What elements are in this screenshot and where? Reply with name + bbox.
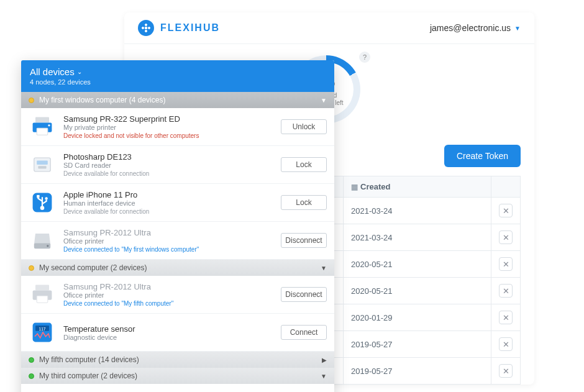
device-row: Apple iPhone 11 ProHuman interface devic… bbox=[21, 184, 334, 222]
device-action-button[interactable]: Connect bbox=[281, 325, 327, 340]
chevron-down-icon: ⌄ bbox=[77, 68, 82, 75]
chevron-icon: ▼ bbox=[321, 265, 327, 271]
calendar-icon: ▦ bbox=[351, 183, 358, 191]
device-panel-title-row[interactable]: All devices ⌄ bbox=[30, 66, 326, 77]
cell-created: 2021-03-24 bbox=[344, 198, 491, 224]
node-label: My first windows computer (4 devices) bbox=[39, 96, 165, 104]
sd-icon bbox=[29, 151, 56, 178]
col-actions bbox=[491, 176, 521, 198]
cell-created: 2019-05-27 bbox=[344, 331, 491, 358]
cell-delete: ✕ bbox=[491, 251, 521, 278]
node-label: My second computer (2 devices) bbox=[39, 263, 147, 272]
printer-gray-icon bbox=[29, 389, 56, 392]
device-action-button[interactable]: Disconnect bbox=[281, 287, 327, 302]
cell-created: 2021-03-24 bbox=[344, 224, 491, 251]
device-info: Temperature sensorDiagnostic device bbox=[63, 324, 273, 341]
device-panel-subtitle: 4 nodes, 22 devices bbox=[30, 78, 326, 86]
device-subtitle: Oficce printer bbox=[63, 291, 273, 299]
usb-icon bbox=[29, 189, 56, 216]
chevron-icon: ▼ bbox=[321, 373, 327, 380]
device-status: Device locked and not visible for other … bbox=[63, 132, 273, 139]
node-header[interactable]: My first windows computer (4 devices)▼ bbox=[21, 92, 334, 108]
cell-delete: ✕ bbox=[491, 331, 521, 358]
account-menu[interactable]: james@electronic.us ▼ bbox=[430, 23, 521, 33]
device-action-button[interactable]: Disconnect bbox=[281, 233, 327, 248]
delete-button[interactable]: ✕ bbox=[499, 257, 513, 271]
device-info: Samsung PR-322 Superprint EDMy private p… bbox=[63, 114, 273, 139]
device-row: Samsung PR-2012 UltraOficce printerDevic… bbox=[21, 384, 334, 392]
device-row: Temperature sensorDiagnostic deviceConne… bbox=[21, 314, 334, 352]
device-subtitle: Human interface device bbox=[63, 199, 273, 207]
device-name: Photosharp DE123 bbox=[63, 152, 273, 162]
drive-icon bbox=[29, 227, 56, 254]
delete-button[interactable]: ✕ bbox=[499, 284, 513, 298]
status-dot-icon bbox=[29, 373, 34, 379]
delete-button[interactable]: ✕ bbox=[499, 204, 513, 217]
device-action-button[interactable]: Lock bbox=[281, 195, 327, 210]
device-name: Samsung PR-322 Superprint ED bbox=[63, 114, 273, 124]
delete-button[interactable]: ✕ bbox=[499, 364, 513, 378]
device-name: Samsung PR-2012 Ultra bbox=[63, 228, 273, 237]
delete-button[interactable]: ✕ bbox=[499, 311, 513, 324]
cell-delete: ✕ bbox=[491, 224, 521, 251]
caret-down-icon: ▼ bbox=[514, 25, 521, 32]
device-info: Samsung PR-2012 UltraOficce printerDevic… bbox=[63, 228, 273, 253]
device-row: Photosharp DE123SD Card readerDevice ava… bbox=[21, 146, 334, 184]
brand: FLEXIHUB bbox=[138, 20, 220, 36]
cell-created: 2020-05-21 bbox=[344, 278, 491, 304]
brand-name: FLEXIHUB bbox=[160, 22, 220, 34]
cell-delete: ✕ bbox=[491, 358, 521, 385]
temp-icon bbox=[29, 319, 56, 346]
status-dot-icon bbox=[29, 98, 34, 103]
node-header[interactable]: My fifth computer (14 devices)▶ bbox=[21, 352, 334, 368]
device-subtitle: Diagnostic device bbox=[63, 334, 273, 341]
device-panel-title: All devices bbox=[30, 66, 75, 77]
delete-button[interactable]: ✕ bbox=[499, 230, 513, 244]
chevron-icon: ▶ bbox=[322, 357, 327, 363]
cell-created: 2019-05-27 bbox=[344, 358, 491, 385]
chevron-icon: ▼ bbox=[321, 97, 327, 104]
cell-created: 2020-01-29 bbox=[344, 304, 491, 331]
node-label: My fifth computer (14 devices) bbox=[39, 355, 139, 364]
cell-created: 2020-05-21 bbox=[344, 251, 491, 278]
device-status: Device connected to "My fifth computer" bbox=[63, 300, 273, 307]
node-label: My third computer (2 devices) bbox=[39, 371, 137, 380]
device-action-button[interactable]: Unlock bbox=[281, 119, 327, 134]
printer-icon bbox=[29, 113, 56, 140]
cell-delete: ✕ bbox=[491, 304, 521, 331]
printer-gray-icon bbox=[29, 281, 56, 308]
device-action-button[interactable]: Lock bbox=[281, 157, 327, 172]
device-info: Samsung PR-2012 UltraOficce printerDevic… bbox=[63, 282, 273, 307]
dashboard-header: FLEXIHUB james@electronic.us ▼ bbox=[124, 12, 534, 44]
device-info: Apple iPhone 11 ProHuman interface devic… bbox=[63, 190, 273, 215]
status-dot-icon bbox=[29, 265, 34, 271]
device-status: Device available for connection bbox=[63, 208, 273, 215]
device-row: Samsung PR-2012 UltraOficce printerDevic… bbox=[21, 276, 334, 314]
device-subtitle: SD Card reader bbox=[63, 162, 273, 169]
device-name: Temperature sensor bbox=[63, 324, 273, 334]
device-info: Photosharp DE123SD Card readerDevice ava… bbox=[63, 152, 273, 177]
device-subtitle: Oficce printer bbox=[63, 237, 273, 245]
brand-logo-icon bbox=[138, 20, 154, 36]
cell-delete: ✕ bbox=[491, 198, 521, 224]
help-icon[interactable]: ? bbox=[359, 52, 370, 63]
device-status: Device connected to "My first windows co… bbox=[63, 246, 273, 253]
device-row: Samsung PR-322 Superprint EDMy private p… bbox=[21, 108, 334, 146]
col-created[interactable]: ▦Created bbox=[344, 176, 491, 198]
node-header[interactable]: My second computer (2 devices)▼ bbox=[21, 260, 334, 276]
delete-button[interactable]: ✕ bbox=[499, 337, 513, 351]
device-row: Samsung PR-2012 UltraOficce printerDevic… bbox=[21, 222, 334, 260]
device-panel-header: All devices ⌄ 4 nodes, 22 devices bbox=[21, 60, 334, 92]
status-dot-icon bbox=[29, 357, 34, 363]
device-subtitle: My private printer bbox=[63, 124, 273, 131]
cell-delete: ✕ bbox=[491, 278, 521, 304]
device-status: Device available for connection bbox=[63, 170, 273, 177]
node-header[interactable]: My third computer (2 devices)▼ bbox=[21, 368, 334, 384]
device-name: Samsung PR-2012 Ultra bbox=[63, 282, 273, 291]
create-token-button[interactable]: Create Token bbox=[444, 145, 521, 167]
device-panel: All devices ⌄ 4 nodes, 22 devices My fir… bbox=[21, 60, 334, 392]
device-name: Apple iPhone 11 Pro bbox=[63, 190, 273, 199]
account-email: james@electronic.us bbox=[430, 23, 511, 33]
